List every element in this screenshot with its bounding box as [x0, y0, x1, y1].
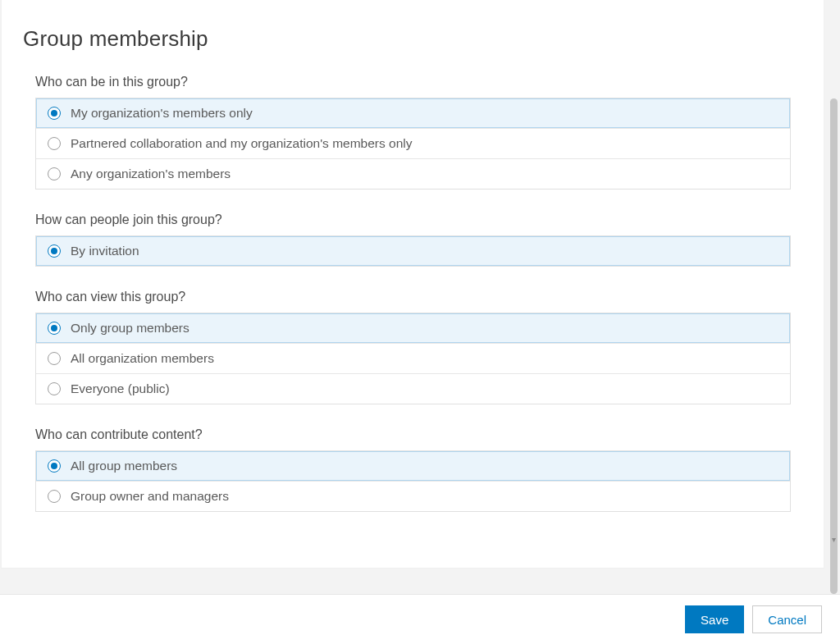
radio-list: By invitation — [35, 235, 791, 267]
settings-card: Group membership Who can be in this grou… — [2, 0, 824, 568]
field-label: Who can be in this group? — [35, 75, 791, 89]
cancel-button[interactable]: Cancel — [752, 605, 822, 633]
radio-icon — [48, 167, 61, 180]
radio-option[interactable]: Partnered collaboration and my organizat… — [36, 129, 790, 159]
radio-option[interactable]: Any organization's members — [36, 159, 790, 189]
section-title: Group membership — [23, 26, 791, 52]
radio-list: My organization's members onlyPartnered … — [35, 98, 791, 190]
radio-label-text: Partnered collaboration and my organizat… — [71, 136, 413, 151]
field-label: How can people join this group? — [35, 212, 791, 227]
radio-icon — [48, 322, 61, 335]
radio-option[interactable]: Everyone (public) — [36, 374, 790, 404]
radio-icon — [48, 137, 61, 150]
radio-label-text: By invitation — [71, 244, 139, 258]
footer-bar: Save Cancel — [0, 594, 840, 644]
field-label: Who can contribute content? — [35, 427, 791, 442]
radio-option[interactable]: All organization members — [36, 344, 790, 374]
field-who-contribute: Who can contribute content?All group mem… — [35, 427, 791, 512]
radio-label-text: All organization members — [71, 351, 214, 366]
content-area: Group membership Who can be in this grou… — [0, 0, 840, 594]
scrollbar-track[interactable]: ▾ — [827, 0, 840, 594]
radio-label-text: Everyone (public) — [71, 381, 170, 396]
radio-label-text: My organization's members only — [71, 106, 253, 121]
radio-option[interactable]: My organization's members only — [36, 98, 790, 129]
app-viewport: Group membership Who can be in this grou… — [0, 0, 840, 644]
radio-list: All group membersGroup owner and manager… — [35, 450, 791, 512]
field-label: Who can view this group? — [35, 290, 791, 304]
scroll-down-icon[interactable]: ▾ — [829, 535, 838, 543]
radio-list: Only group membersAll organization membe… — [35, 313, 791, 404]
radio-label-text: Group owner and managers — [71, 489, 229, 504]
radio-icon — [48, 352, 61, 365]
radio-icon — [48, 459, 61, 473]
radio-option[interactable]: By invitation — [36, 236, 790, 266]
radio-label-text: Only group members — [71, 321, 189, 336]
radio-label-text: All group members — [71, 459, 177, 473]
scrollbar-thumb[interactable] — [830, 98, 838, 594]
field-who-view: Who can view this group?Only group membe… — [35, 290, 791, 404]
radio-option[interactable]: Only group members — [36, 313, 790, 344]
radio-icon — [48, 490, 61, 503]
radio-option[interactable]: All group members — [36, 451, 790, 482]
radio-icon — [48, 107, 61, 120]
radio-icon — [48, 244, 61, 258]
radio-option[interactable]: Group owner and managers — [36, 482, 790, 511]
radio-label-text: Any organization's members — [71, 167, 231, 181]
field-who-can-be: Who can be in this group?My organization… — [35, 75, 791, 190]
save-button[interactable]: Save — [685, 605, 744, 633]
radio-icon — [48, 382, 61, 395]
field-how-join: How can people join this group?By invita… — [35, 212, 791, 267]
